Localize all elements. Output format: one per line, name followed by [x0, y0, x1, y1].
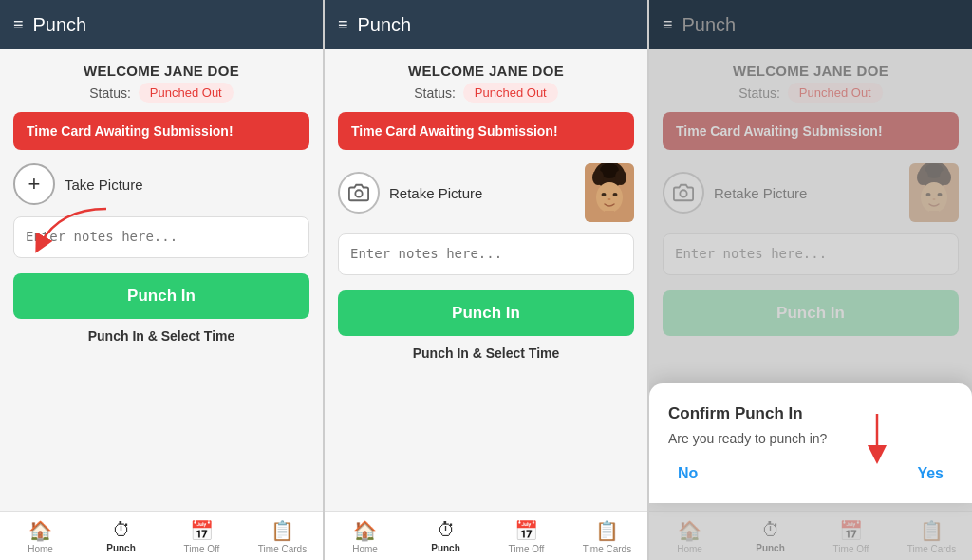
nav-timecards-2[interactable]: 📋 Time Cards: [567, 517, 647, 556]
nav-punch-label-1: Punch: [106, 543, 136, 553]
nav-timeoff-2[interactable]: 📅 Time Off: [486, 517, 567, 556]
svg-point-5: [592, 170, 604, 185]
punch-icon-1: ⏱: [112, 519, 131, 541]
svg-point-10: [608, 198, 611, 200]
home-icon-1: 🏠: [28, 519, 52, 542]
nav-timeoff-label-1: Time Off: [184, 544, 220, 554]
nav-timecards-label-1: Time Cards: [258, 544, 307, 554]
punch-in-button-1[interactable]: Punch In: [13, 273, 309, 319]
face-svg-2: [585, 163, 634, 222]
dialog-overlay-3: Confirm Punch In Are you ready to punch …: [649, 0, 972, 560]
menu-icon-2[interactable]: ≡: [338, 15, 348, 35]
dialog-title: Confirm Punch In: [668, 404, 953, 423]
timeoff-icon-1: 📅: [190, 519, 214, 542]
menu-icon-1[interactable]: ≡: [13, 15, 24, 35]
timeoff-icon-2: 📅: [514, 519, 538, 542]
screen-3: ≡ Punch WELCOME JANE DOE Status: Punched…: [649, 0, 972, 560]
content-1: WELCOME JANE DOE Status: Punched Out Tim…: [0, 49, 323, 511]
timecards-icon-2: 📋: [595, 519, 619, 542]
screen-1: ≡ Punch WELCOME JANE DOE Status: Punched…: [0, 0, 325, 560]
welcome-text-1: WELCOME JANE DOE: [13, 63, 309, 79]
picture-row-1: + Take Picture: [13, 163, 309, 205]
dialog-actions: No Yes: [668, 461, 953, 486]
punch-select-link-2[interactable]: Punch In & Select Time: [338, 345, 634, 361]
header-title-2: Punch: [358, 14, 412, 36]
picture-label-2: Retake Picture: [389, 185, 482, 201]
bottom-nav-1: 🏠 Home ⏱ Punch 📅 Time Off 📋 Time Cards: [0, 511, 323, 560]
welcome-section-2: WELCOME JANE DOE Status: Punched Out: [338, 63, 634, 103]
bottom-nav-2: 🏠 Home ⏱ Punch 📅 Time Off 📋 Time Cards: [325, 511, 647, 560]
yes-button-container: Yes: [907, 461, 953, 486]
confirm-dialog: Confirm Punch In Are you ready to punch …: [649, 383, 972, 503]
nav-home-label-2: Home: [352, 544, 378, 554]
punch-icon-2: ⏱: [437, 519, 456, 541]
svg-point-1: [355, 190, 362, 196]
nav-punch-1[interactable]: ⏱ Punch: [81, 517, 161, 556]
nav-timeoff-label-2: Time Off: [509, 544, 545, 554]
alert-card-2: Time Card Awaiting Submission!: [338, 112, 634, 150]
dialog-yes-button[interactable]: Yes: [907, 461, 953, 486]
svg-point-6: [615, 170, 626, 185]
screens-container: ≡ Punch WELCOME JANE DOE Status: Punched…: [0, 0, 972, 560]
home-icon-2: 🏠: [353, 519, 377, 542]
header-2: ≡ Punch: [325, 0, 647, 49]
dialog-message: Are you ready to punch in?: [668, 431, 953, 446]
header-1: ≡ Punch: [0, 0, 323, 49]
status-row-2: Status: Punched Out: [338, 83, 634, 103]
photo-thumb-2: [585, 163, 634, 222]
retake-picture-button-2[interactable]: [338, 172, 380, 214]
nav-home-1[interactable]: 🏠 Home: [0, 517, 81, 556]
picture-label-1: Take Picture: [65, 177, 143, 193]
punch-in-button-2[interactable]: Punch In: [338, 290, 634, 336]
header-title-1: Punch: [33, 14, 87, 36]
nav-timecards-1[interactable]: 📋 Time Cards: [242, 517, 323, 556]
notes-input-1[interactable]: [13, 216, 309, 258]
nav-punch-label-2: Punch: [431, 543, 460, 553]
notes-input-2[interactable]: [338, 233, 634, 275]
content-2: WELCOME JANE DOE Status: Punched Out Tim…: [325, 49, 647, 511]
svg-point-7: [596, 182, 623, 213]
punch-select-link-1[interactable]: Punch In & Select Time: [13, 328, 309, 344]
status-badge-1: Punched Out: [139, 83, 234, 103]
screen-2: ≡ Punch WELCOME JANE DOE Status: Punched…: [325, 0, 649, 560]
status-label-1: Status:: [89, 85, 131, 101]
nav-home-2[interactable]: 🏠 Home: [325, 517, 405, 556]
status-badge-2: Punched Out: [463, 83, 558, 103]
dialog-no-button[interactable]: No: [668, 461, 707, 486]
camera-icon-2: [348, 182, 369, 203]
nav-timeoff-1[interactable]: 📅 Time Off: [161, 517, 242, 556]
svg-point-8: [602, 193, 607, 196]
take-picture-button-1[interactable]: +: [13, 163, 55, 205]
nav-home-label-1: Home: [28, 544, 53, 554]
nav-punch-2[interactable]: ⏱ Punch: [405, 517, 486, 556]
nav-timecards-label-2: Time Cards: [583, 544, 631, 554]
svg-rect-11: [605, 211, 614, 222]
welcome-section-1: WELCOME JANE DOE Status: Punched Out: [13, 63, 309, 103]
status-row-1: Status: Punched Out: [13, 83, 309, 103]
picture-row-2: Retake Picture: [338, 163, 634, 222]
alert-card-1: Time Card Awaiting Submission!: [13, 112, 309, 150]
welcome-text-2: WELCOME JANE DOE: [338, 63, 634, 79]
svg-point-9: [613, 193, 618, 196]
timecards-icon-1: 📋: [271, 519, 294, 542]
status-label-2: Status:: [414, 85, 456, 101]
